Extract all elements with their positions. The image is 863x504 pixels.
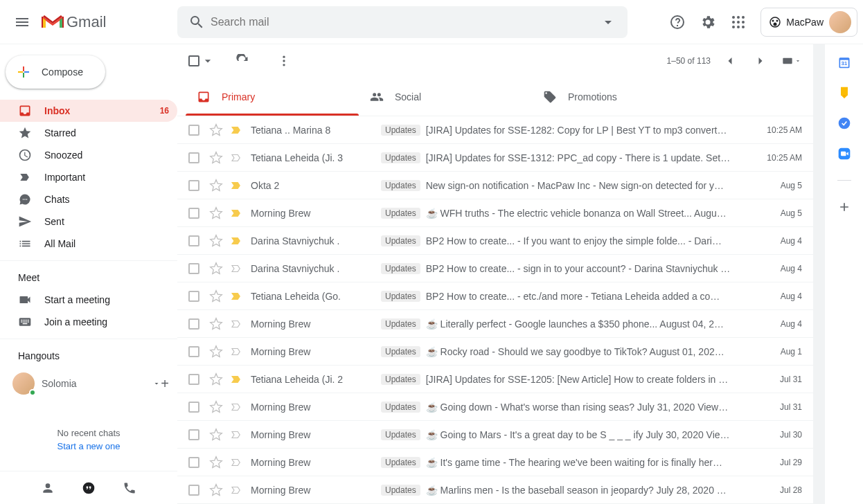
row-star[interactable] (209, 206, 223, 220)
row-star[interactable] (209, 372, 223, 386)
start-meeting[interactable]: Start a meeting (0, 289, 177, 311)
input-tools-button[interactable] (780, 50, 802, 72)
row-checkbox[interactable] (188, 346, 202, 357)
email-row[interactable]: Darina Stavniychuk . Updates BP2 How to … (177, 227, 813, 255)
search-button[interactable] (183, 8, 211, 36)
row-importance[interactable] (230, 401, 244, 413)
account-switcher[interactable]: MacPaw (760, 8, 857, 37)
email-row[interactable]: Morning Brew Updates ☕ Rocky road - Shou… (177, 338, 813, 366)
support-button[interactable] (664, 8, 691, 36)
search-input[interactable] (211, 16, 594, 28)
row-importance[interactable] (230, 345, 244, 358)
row-star[interactable] (209, 179, 223, 192)
row-importance[interactable] (230, 484, 244, 496)
tab-promotions[interactable]: Promotions (532, 78, 705, 116)
email-row[interactable]: Tetiana .. Marina 8 Updates [JIRA] Updat… (177, 116, 813, 144)
more-button[interactable] (270, 47, 298, 75)
row-checkbox[interactable] (188, 208, 202, 219)
row-star[interactable] (209, 317, 223, 331)
row-importance[interactable] (230, 207, 244, 219)
nav-allmail[interactable]: All Mail (0, 233, 177, 255)
search-box[interactable] (177, 6, 628, 38)
zoom-icon[interactable] (837, 147, 851, 161)
row-importance[interactable] (230, 373, 244, 386)
nav-chats[interactable]: Chats (0, 188, 177, 210)
scroll-track[interactable] (813, 44, 824, 504)
row-checkbox[interactable] (188, 457, 202, 468)
row-importance[interactable] (230, 262, 244, 275)
category-label: Updates (381, 235, 420, 246)
start-new-chat-link[interactable]: Start a new one (0, 441, 177, 451)
gmail-logo[interactable]: Gmail (39, 13, 106, 31)
nav-inbox[interactable]: Inbox 16 (0, 100, 177, 122)
email-row[interactable]: Darina Stavniychuk . Updates BP2 How to … (177, 255, 813, 282)
row-star[interactable] (209, 400, 223, 414)
apps-button[interactable] (724, 8, 752, 36)
row-importance[interactable] (230, 179, 244, 192)
row-checkbox[interactable] (188, 429, 202, 440)
row-star[interactable] (209, 483, 223, 497)
row-checkbox[interactable] (188, 235, 202, 246)
email-row[interactable]: Tetiana Leheida (Ji. 3 Updates [JIRA] Up… (177, 144, 813, 172)
tab-social[interactable]: Social (359, 78, 532, 116)
row-importance[interactable] (230, 235, 244, 247)
row-importance[interactable] (230, 124, 244, 136)
email-row[interactable]: Morning Brew Updates ☕ Going down - What… (177, 393, 813, 421)
row-body: Updates ☕ WFH truths - The electric vehi… (381, 208, 752, 219)
prev-page-button[interactable] (719, 50, 741, 72)
row-checkbox[interactable] (188, 263, 202, 274)
nav-starred[interactable]: Starred (0, 122, 177, 144)
row-star[interactable] (209, 262, 223, 276)
nav-snoozed[interactable]: Snoozed (0, 144, 177, 166)
settings-button[interactable] (694, 8, 722, 36)
nav-important[interactable]: Important (0, 166, 177, 188)
row-star[interactable] (209, 123, 223, 137)
hangouts-user-row[interactable]: Solomia + (0, 367, 177, 400)
send-icon (18, 215, 32, 228)
row-importance[interactable] (230, 318, 244, 330)
email-row[interactable]: Morning Brew Updates ☕ Marlins men - Is … (177, 476, 813, 504)
email-row[interactable]: Morning Brew Updates ☕ It's game time - … (177, 449, 813, 476)
row-star[interactable] (209, 428, 223, 442)
row-checkbox[interactable] (188, 402, 202, 413)
compose-button[interactable]: Compose (6, 55, 105, 89)
row-importance[interactable] (230, 456, 244, 469)
email-row[interactable]: Okta 2 Updates New sign-on notification … (177, 172, 813, 199)
row-checkbox[interactable] (188, 291, 202, 302)
row-importance[interactable] (230, 429, 244, 441)
nav-sent[interactable]: Sent (0, 210, 177, 233)
calendar-icon[interactable]: 31 (837, 55, 851, 69)
email-row[interactable]: Morning Brew Updates ☕ WFH truths - The … (177, 199, 813, 227)
tasks-icon[interactable] (837, 116, 851, 130)
row-star[interactable] (209, 289, 223, 303)
email-row[interactable]: Morning Brew Updates ☕ Literally perfect… (177, 310, 813, 338)
row-checkbox[interactable] (188, 485, 202, 496)
row-star[interactable] (209, 456, 223, 469)
next-page-button[interactable] (749, 50, 772, 72)
person-icon[interactable] (41, 481, 55, 495)
email-row[interactable]: Tetiana Leheida (Ji. 2 Updates [JIRA] Up… (177, 366, 813, 393)
add-addon-icon[interactable] (837, 200, 851, 214)
phone-icon[interactable] (123, 481, 136, 495)
row-star[interactable] (209, 345, 223, 359)
row-importance[interactable] (230, 152, 244, 164)
row-checkbox[interactable] (188, 125, 202, 136)
row-importance[interactable] (230, 290, 244, 303)
refresh-button[interactable] (229, 47, 256, 75)
select-all[interactable] (188, 54, 215, 68)
tab-primary[interactable]: Primary (186, 78, 359, 116)
row-checkbox[interactable] (188, 180, 202, 191)
menu-button[interactable] (6, 6, 39, 39)
new-chat-button[interactable]: + (161, 376, 169, 392)
search-options-button[interactable] (594, 8, 622, 36)
row-star[interactable] (209, 151, 223, 165)
join-meeting[interactable]: Join a meeting (0, 311, 177, 333)
hangouts-icon[interactable] (82, 481, 96, 495)
email-row[interactable]: Tetiana Leheida (Go. Updates BP2 How to … (177, 282, 813, 310)
row-checkbox[interactable] (188, 318, 202, 330)
row-checkbox[interactable] (188, 152, 202, 163)
row-star[interactable] (209, 234, 223, 248)
row-checkbox[interactable] (188, 374, 202, 385)
email-row[interactable]: Morning Brew Updates ☕ Going to Mars - I… (177, 421, 813, 449)
keep-icon[interactable] (837, 86, 851, 100)
